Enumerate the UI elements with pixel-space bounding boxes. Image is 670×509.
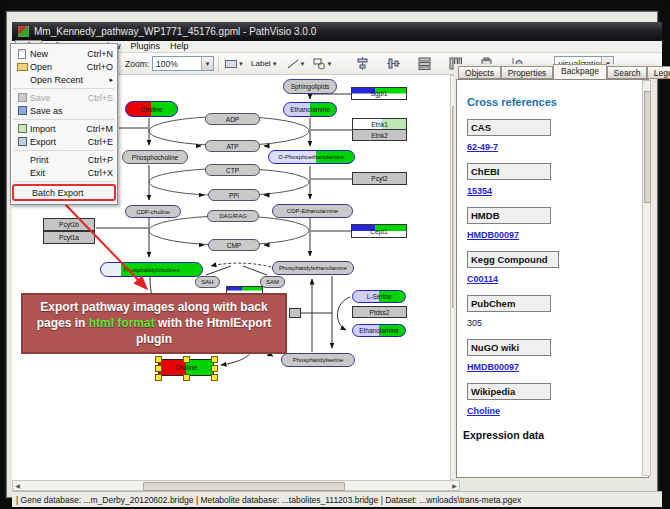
new-document-icon bbox=[18, 49, 26, 59]
node-ctp[interactable]: CTP bbox=[205, 164, 260, 176]
backpage-section-cas: CAS 62-49-7 bbox=[467, 119, 648, 152]
tab-backpage[interactable]: Backpage bbox=[553, 64, 607, 79]
datanode-tool-button[interactable]: ▼ bbox=[224, 54, 245, 74]
node-o-phosphoethanolamine[interactable]: O-Phosphoethanolamine bbox=[268, 150, 355, 164]
canvas-horizontal-scrollbar[interactable]: ◀ ▶ bbox=[12, 480, 460, 491]
distribute-rows-button[interactable] bbox=[414, 54, 434, 74]
selection-handle[interactable] bbox=[211, 374, 218, 381]
node-ethanolamine-bottom[interactable]: Ethanolamine bbox=[352, 324, 406, 337]
node-sam[interactable]: SAM bbox=[260, 276, 285, 288]
align-middle-icon bbox=[387, 57, 400, 70]
annotation-callout: Export pathway images along with back pa… bbox=[21, 293, 287, 354]
cross-reference-link[interactable]: 62-49-7 bbox=[467, 142, 648, 152]
backpage-section-nugo: NuGO wiki HMDB00097 bbox=[467, 339, 648, 372]
cross-reference-link[interactable]: HMDB00097 bbox=[467, 230, 648, 240]
node-phosphocholine[interactable]: Phosphocholine bbox=[122, 150, 188, 164]
node-choline[interactable]: Choline bbox=[125, 101, 178, 117]
section-header: PubChem bbox=[467, 295, 551, 312]
node-cdp-choline[interactable]: CDP-choline bbox=[125, 205, 181, 218]
selection-handle[interactable] bbox=[155, 374, 162, 381]
selection-handle[interactable] bbox=[183, 356, 190, 363]
section-header: HMDB bbox=[467, 207, 551, 224]
align-center-button[interactable] bbox=[352, 54, 372, 74]
gene-etnk2[interactable]: Etnk2 bbox=[352, 129, 407, 141]
scrollbar-thumb[interactable] bbox=[644, 91, 651, 203]
gene-sgpl1[interactable]: Sgpl1 bbox=[351, 87, 407, 100]
tab-objects[interactable]: Objects bbox=[458, 66, 501, 79]
selection-handle[interactable] bbox=[211, 365, 218, 372]
gene-cept1[interactable]: Cept1 bbox=[351, 224, 407, 238]
node-ppi[interactable]: PPi bbox=[208, 189, 260, 201]
menu-item-save-as[interactable]: Save as bbox=[12, 104, 116, 117]
menu-separator bbox=[14, 150, 114, 151]
cross-reference-link[interactable]: Choline bbox=[467, 406, 648, 416]
menu-item-open-recent[interactable]: Open Recent ▸ bbox=[12, 73, 116, 86]
node-dag[interactable]: DAG/RAG bbox=[207, 210, 259, 222]
cross-reference-link[interactable]: 15354 bbox=[467, 186, 648, 196]
backpage-section-hmdb: HMDB HMDB00097 bbox=[467, 207, 648, 240]
align-center-icon bbox=[356, 57, 369, 70]
tab-search[interactable]: Search bbox=[607, 66, 647, 79]
selection-handle[interactable] bbox=[211, 356, 218, 363]
menu-item-print[interactable]: Print Ctrl+P bbox=[12, 153, 116, 166]
node-ethanolamine[interactable]: Ethanolamine bbox=[283, 102, 337, 117]
label-tool-text: Label bbox=[251, 59, 271, 68]
menu-item-batch-export[interactable]: Batch Export bbox=[14, 186, 114, 199]
menu-help[interactable]: Help bbox=[165, 41, 194, 52]
tab-legend[interactable]: Legend bbox=[647, 66, 670, 79]
gene-ptdss2[interactable]: Ptdss2 bbox=[352, 306, 407, 318]
chevron-down-icon[interactable]: ▼ bbox=[201, 57, 213, 70]
label-tool-button[interactable]: Label ▼ bbox=[250, 54, 279, 74]
align-middle-button[interactable] bbox=[383, 54, 403, 74]
line-icon bbox=[287, 58, 299, 70]
menu-item-exit[interactable]: Exit Ctrl+X bbox=[12, 166, 116, 179]
menu-item-import[interactable]: Import Ctrl+M bbox=[12, 122, 116, 135]
cross-reference-value: 305 bbox=[467, 318, 648, 328]
open-folder-icon bbox=[17, 63, 28, 71]
scrollbar-thumb[interactable] bbox=[143, 482, 345, 491]
backpage-section-chebi: ChEBI 15354 bbox=[467, 163, 648, 196]
gene-box-partial[interactable] bbox=[289, 308, 301, 318]
gene-node-icon bbox=[225, 60, 237, 68]
title-bar[interactable]: Mm_Kennedy_pathway_WP1771_45176.gpml - P… bbox=[12, 22, 662, 41]
save-icon bbox=[18, 93, 27, 102]
panel-scrollbar[interactable] bbox=[642, 80, 651, 476]
node-sphingolipids[interactable]: Sphingolipids bbox=[283, 79, 337, 94]
node-adp[interactable]: ADP bbox=[205, 113, 260, 125]
toolbar-separator bbox=[218, 56, 219, 72]
menu-item-open[interactable]: Open Ctrl+O bbox=[12, 60, 116, 73]
node-cdp-ethanolamine[interactable]: CDP-Ethanolamine bbox=[272, 204, 353, 218]
cross-reference-link[interactable]: C00114 bbox=[467, 274, 648, 284]
menu-item-export[interactable]: Export Ctrl+E bbox=[12, 135, 116, 148]
zoom-combobox[interactable]: 100% ▼ bbox=[152, 56, 214, 71]
shape-tool-button[interactable]: ▼ bbox=[312, 54, 334, 74]
node-atp[interactable]: ATP bbox=[205, 140, 260, 152]
node-phosphatidylethanolamine[interactable]: Phosphatidylethanolamine bbox=[272, 261, 354, 275]
node-sah[interactable]: SAH bbox=[195, 276, 220, 288]
tab-properties[interactable]: Properties bbox=[501, 66, 553, 79]
line-tool-button[interactable]: ▼ bbox=[286, 54, 307, 74]
submenu-arrow-icon: ▸ bbox=[109, 76, 113, 84]
node-phosphatidylserine[interactable]: Phosphatidylserine bbox=[281, 353, 355, 367]
file-menu-dropdown: New Ctrl+N Open Ctrl+O Open Recent ▸ Sav… bbox=[10, 43, 118, 205]
cross-reference-link[interactable]: HMDB00097 bbox=[467, 362, 648, 372]
scroll-right-icon[interactable]: ▶ bbox=[450, 482, 459, 491]
gene-pcyt1a[interactable]: Pcyt1a bbox=[43, 231, 95, 244]
menu-plugins[interactable]: Plugins bbox=[125, 41, 165, 52]
chevron-down-icon: ▼ bbox=[238, 61, 244, 67]
save-as-icon bbox=[18, 106, 27, 115]
menu-item-save[interactable]: Save Ctrl+S bbox=[12, 91, 116, 104]
gene-pcyt1b[interactable]: Pcyt1b bbox=[43, 218, 95, 231]
menu-item-new[interactable]: New Ctrl+N bbox=[12, 47, 116, 60]
gene-pcyt2[interactable]: Pcyt2 bbox=[352, 172, 407, 185]
node-cmp[interactable]: CMP bbox=[208, 239, 260, 251]
section-header: CAS bbox=[467, 119, 551, 136]
backpage-section-pubchem: PubChem 305 bbox=[467, 295, 648, 328]
selection-handle[interactable] bbox=[155, 356, 162, 363]
selection-handle[interactable] bbox=[183, 374, 190, 381]
selection-handle[interactable] bbox=[155, 365, 162, 372]
node-phosphatidylcholines[interactable]: Phosphatidylcholines bbox=[100, 262, 203, 277]
node-l-serine[interactable]: L-Serine bbox=[352, 290, 406, 303]
scroll-left-icon[interactable]: ◀ bbox=[13, 482, 22, 491]
export-icon bbox=[18, 137, 27, 146]
